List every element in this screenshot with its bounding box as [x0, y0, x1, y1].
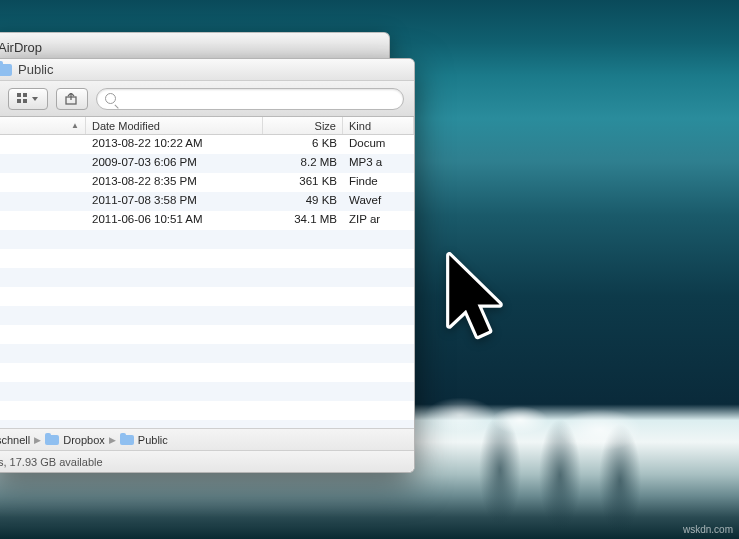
path-segment[interactable]: Public	[120, 434, 168, 446]
svg-rect-0	[17, 93, 21, 97]
cell-kind: ZIP ar	[343, 211, 414, 230]
column-header-kind[interactable]: Kind	[343, 117, 414, 134]
airdrop-title: AirDrop	[0, 40, 42, 55]
table-row[interactable]: 2013-08-22 10:22 AM 6 KB Docum	[0, 135, 414, 154]
search-input[interactable]	[121, 92, 395, 106]
svg-rect-1	[23, 93, 27, 97]
folder-icon	[120, 435, 134, 445]
sort-ascending-icon: ▲	[71, 121, 79, 130]
path-segment[interactable]: schnell	[0, 434, 30, 446]
cell-kind: MP3 a	[343, 154, 414, 173]
share-button[interactable]	[56, 88, 88, 110]
column-header-date[interactable]: Date Modified	[86, 117, 263, 134]
cursor-icon	[438, 250, 513, 355]
cell-size: 49 KB	[263, 192, 343, 211]
cell-size: 6 KB	[263, 135, 343, 154]
path-bar: schnell ▶ Dropbox ▶ Public	[0, 428, 414, 450]
table-row[interactable]: 2011-06-06 10:51 AM 34.1 MB ZIP ar	[0, 211, 414, 230]
arrange-icon	[17, 93, 39, 105]
svg-rect-2	[17, 99, 21, 103]
folder-icon	[45, 435, 59, 445]
cell-date: 2011-07-08 3:58 PM	[86, 192, 263, 211]
toolbar	[0, 81, 414, 117]
cell-size: 34.1 MB	[263, 211, 343, 230]
cell-kind: Finde	[343, 173, 414, 192]
arrange-button[interactable]	[8, 88, 48, 110]
cell-date: 2013-08-22 8:35 PM	[86, 173, 263, 192]
cell-date: 2011-06-06 10:51 AM	[86, 211, 263, 230]
status-bar: s, 17.93 GB available	[0, 450, 414, 472]
path-label: Dropbox	[63, 434, 105, 446]
status-text: s, 17.93 GB available	[0, 456, 103, 468]
titlebar[interactable]: Public	[0, 59, 414, 81]
file-list[interactable]: 2013-08-22 10:22 AM 6 KB Docum 2009-07-0…	[0, 135, 414, 428]
cell-date: 2009-07-03 6:06 PM	[86, 154, 263, 173]
folder-icon	[0, 64, 12, 76]
cell-size: 361 KB	[263, 173, 343, 192]
table-row[interactable]: 2009-07-03 6:06 PM 8.2 MB MP3 a	[0, 154, 414, 173]
share-icon	[65, 93, 79, 105]
chevron-right-icon: ▶	[34, 435, 41, 445]
window-title: Public	[18, 62, 53, 77]
finder-window: Public ▲ Date Modified Size	[0, 58, 415, 473]
column-header-name[interactable]: ▲	[0, 117, 86, 134]
table-row[interactable]: 2013-08-22 8:35 PM 361 KB Finde	[0, 173, 414, 192]
cell-kind: Wavef	[343, 192, 414, 211]
cell-size: 8.2 MB	[263, 154, 343, 173]
column-header-size[interactable]: Size	[263, 117, 343, 134]
svg-rect-3	[23, 99, 27, 103]
chevron-right-icon: ▶	[109, 435, 116, 445]
path-label: schnell	[0, 434, 30, 446]
watermark: wskdn.com	[683, 524, 733, 535]
path-label: Public	[138, 434, 168, 446]
table-row[interactable]: 2011-07-08 3:58 PM 49 KB Wavef	[0, 192, 414, 211]
search-field[interactable]	[96, 88, 404, 110]
cell-date: 2013-08-22 10:22 AM	[86, 135, 263, 154]
cell-kind: Docum	[343, 135, 414, 154]
column-header-row: ▲ Date Modified Size Kind	[0, 117, 414, 135]
path-segment[interactable]: Dropbox	[45, 434, 105, 446]
search-icon	[105, 93, 116, 104]
